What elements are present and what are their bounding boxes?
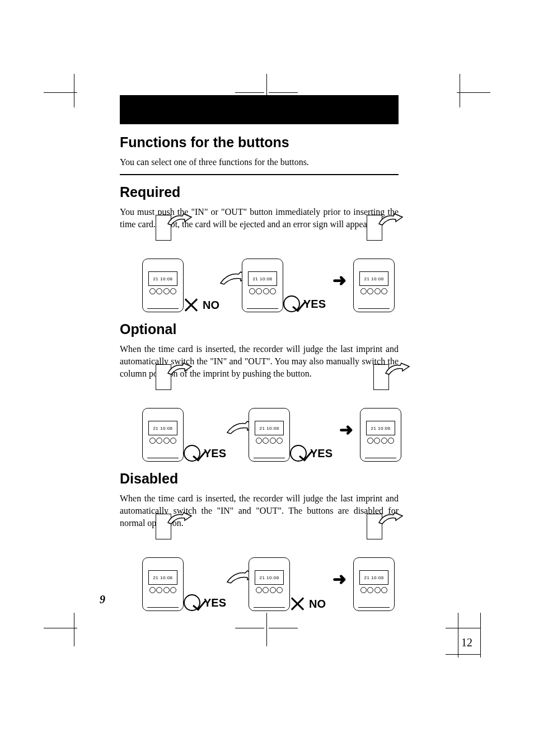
recorder-device-icon: 21 10:08 [353, 259, 395, 312]
figure-row-optional: 21 10:08 YES 21 10:08 [142, 386, 399, 462]
heading-required: Required [120, 184, 399, 200]
page-number-side: 9 [100, 593, 105, 606]
recorder-device-icon: 21 10:08 [142, 557, 184, 611]
figure-row-required: 21 10:08 NO 21 10:08 [142, 236, 399, 312]
recorder-device-icon: 21 10:08 [242, 259, 283, 312]
main-content: Functions for the buttons You can select… [120, 126, 399, 611]
hand-insert-icon [167, 361, 195, 378]
device-display: 21 10:08 [148, 421, 177, 435]
device-display: 21 10:08 [148, 570, 177, 585]
hand-insert-icon [167, 510, 195, 527]
page-number-corner: 12 [461, 636, 472, 649]
rule [120, 174, 399, 175]
figure-disabled-push: 21 10:08 NO ➜ 21 10:08 [249, 535, 395, 611]
heading-disabled: Disabled [120, 471, 399, 487]
arrow-icon: ➜ [332, 270, 346, 290]
figure-disabled-insert: 21 10:08 YES [142, 535, 226, 611]
heading-optional: Optional [120, 321, 399, 337]
recorder-device-icon: 21 10:08 [142, 408, 184, 462]
device-display: 21 10:08 [359, 271, 388, 286]
figure-required-yes: 21 10:08 YES ➜ 21 [242, 236, 395, 312]
manual-page: 12 Functions for the buttons You can sel… [0, 0, 534, 756]
cross-icon [290, 597, 305, 611]
device-display: 21 10:08 [255, 421, 284, 435]
hand-insert-icon [167, 212, 195, 228]
label-yes: YES [303, 298, 326, 311]
recorder-device-icon: 21 10:08 [249, 557, 290, 611]
recorder-device-icon: 21 10:08 [353, 557, 395, 611]
device-display: 21 10:08 [359, 570, 388, 585]
header-black-band [120, 95, 399, 124]
hand-insert-icon [385, 361, 413, 378]
device-display: 21 10:08 [248, 271, 277, 286]
recorder-device-icon: 21 10:08 [249, 408, 290, 462]
hand-insert-icon [378, 212, 406, 228]
figure-required-no: 21 10:08 NO [142, 236, 219, 312]
recorder-device-icon: 21 10:08 [360, 408, 401, 462]
label-no: NO [309, 598, 326, 611]
label-yes: YES [204, 597, 226, 609]
figure-optional-insert: 21 10:08 YES [142, 386, 226, 462]
arrow-icon: ➜ [339, 420, 353, 439]
device-display: 21 10:08 [255, 570, 284, 585]
crop-mark-bottom-right: 12 [446, 613, 490, 669]
figure-row-disabled: 21 10:08 YES 21 10:08 [142, 535, 399, 611]
figure-optional-push: 21 10:08 YES ➜ 21 [249, 386, 401, 462]
label-yes: YES [310, 447, 332, 460]
text-functions: You can select one of three functions fo… [120, 156, 399, 168]
device-display: 21 10:08 [148, 271, 177, 286]
heading-functions: Functions for the buttons [120, 134, 399, 151]
label-yes: YES [204, 447, 226, 460]
hand-insert-icon [378, 510, 406, 527]
device-display: 21 10:08 [366, 421, 395, 435]
label-no: NO [203, 299, 219, 312]
cross-icon [184, 298, 198, 312]
recorder-device-icon: 21 10:08 [142, 259, 184, 312]
arrow-icon: ➜ [332, 569, 346, 589]
